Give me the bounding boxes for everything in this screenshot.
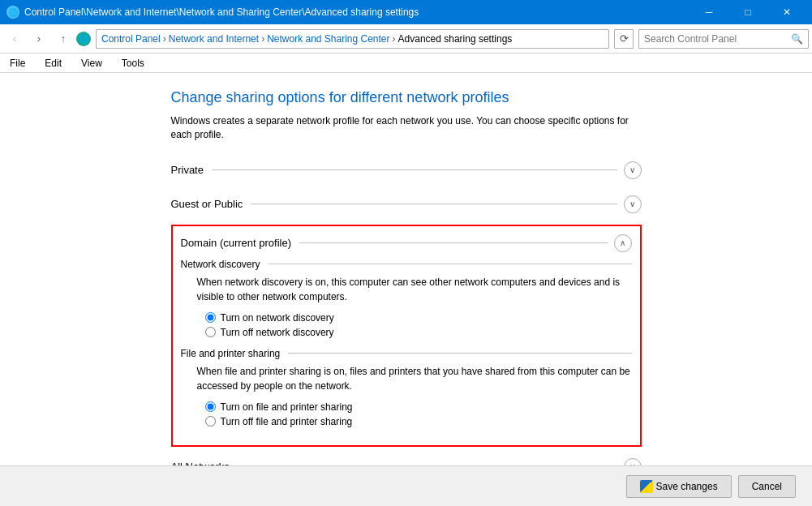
page-desc: Windows creates a separate network profi…: [171, 114, 642, 142]
forward-button[interactable]: ›: [28, 28, 50, 50]
close-button[interactable]: ✕: [768, 0, 806, 24]
address-bar: Control Panel › Network and Internet › N…: [96, 29, 609, 49]
radio-nd-on[interactable]: Turn on network discovery: [205, 312, 632, 324]
profile-header-guest[interactable]: Guest or Public ∨: [171, 191, 642, 218]
profile-header-private[interactable]: Private ∨: [171, 157, 642, 184]
main-wrapper: 🌐 Control Panel\Network and Internet\Net…: [0, 0, 812, 506]
content-area: Change sharing options for different net…: [0, 73, 812, 465]
profile-section-private: Private ∨: [171, 157, 642, 184]
sub-section-header-nd: Network discovery: [181, 259, 632, 270]
breadcrumb-network-internet[interactable]: Network and Internet: [169, 33, 259, 45]
title-bar: 🌐 Control Panel\Network and Internet\Net…: [0, 0, 812, 24]
menu-tools[interactable]: Tools: [118, 56, 148, 71]
profile-line-guest: [251, 204, 617, 204]
radio-input-fp-on[interactable]: [205, 401, 216, 412]
menu-file[interactable]: File: [6, 56, 28, 71]
profile-label-domain: Domain (current profile): [181, 237, 292, 249]
sub-section-line-fp: [288, 353, 631, 354]
breadcrumb-sep-2: ›: [261, 33, 264, 45]
profile-section-guest: Guest or Public ∨: [171, 191, 642, 218]
bottom-bar: Save changes Cancel: [0, 465, 812, 506]
menu-edit[interactable]: Edit: [41, 56, 65, 71]
sub-section-desc-nd: When network discovery is on, this compu…: [197, 275, 632, 304]
content-inner: Change sharing options for different net…: [155, 89, 658, 465]
radio-input-nd-on[interactable]: [205, 312, 216, 323]
shield-icon: [640, 480, 653, 493]
save-changes-button[interactable]: Save changes: [626, 475, 732, 498]
sub-section-label-nd: Network discovery: [181, 259, 260, 270]
radio-input-fp-off[interactable]: [205, 416, 216, 427]
search-input[interactable]: [644, 33, 791, 45]
network-icon: 🌐: [6, 6, 19, 19]
radio-label-fp-off: Turn off file and printer sharing: [221, 416, 353, 427]
breadcrumb-sep-1: ›: [163, 33, 166, 45]
sub-section-network-discovery: Network discovery When network discovery…: [181, 259, 632, 338]
search-icon: 🔍: [791, 33, 803, 45]
sub-section-header-fp: File and printer sharing: [181, 348, 632, 359]
cancel-button[interactable]: Cancel: [738, 475, 796, 498]
sub-section-line-nd: [269, 264, 632, 264]
minimize-button[interactable]: ─: [690, 0, 728, 24]
chevron-down-icon-private: ∨: [624, 161, 642, 179]
profile-section-domain: Domain (current profile) ∧ Network disco…: [171, 225, 642, 447]
chevron-down-icon-guest: ∨: [624, 195, 642, 213]
breadcrumb-current: Advanced sharing settings: [398, 33, 513, 45]
radio-label-nd-on: Turn on network discovery: [221, 312, 334, 324]
sub-section-label-fp: File and printer sharing: [181, 348, 281, 359]
radio-fp-off[interactable]: Turn off file and printer sharing: [205, 416, 632, 427]
window-title: Control Panel\Network and Internet\Netwo…: [24, 6, 419, 18]
refresh-button[interactable]: ⟳: [614, 29, 634, 49]
radio-group-nd: Turn on network discovery Turn off netwo…: [205, 312, 632, 338]
profile-label-guest: Guest or Public: [171, 198, 243, 210]
radio-label-fp-on: Turn on file and printer sharing: [221, 401, 353, 413]
sub-section-file-printer: File and printer sharing When file and p…: [181, 348, 632, 427]
nav-bar: ‹ › ↑ 🌐 Control Panel › Network and Inte…: [0, 24, 812, 54]
breadcrumb-sep-3: ›: [393, 33, 396, 45]
profile-line-domain: [299, 242, 607, 243]
menu-view[interactable]: View: [78, 56, 105, 71]
profile-line-private: [212, 169, 617, 170]
chevron-down-icon-all-networks: ∨: [624, 458, 642, 465]
save-label: Save changes: [656, 481, 718, 492]
radio-nd-off[interactable]: Turn off network discovery: [205, 327, 632, 338]
back-button[interactable]: ‹: [3, 28, 26, 50]
maximize-button[interactable]: □: [729, 0, 767, 24]
breadcrumb-control-panel[interactable]: Control Panel: [101, 33, 161, 45]
breadcrumb-sharing-center[interactable]: Network and Sharing Center: [267, 33, 389, 45]
page-title: Change sharing options for different net…: [171, 89, 642, 106]
profile-label-private: Private: [171, 164, 204, 176]
chevron-up-icon-domain: ∧: [614, 234, 632, 252]
sub-section-desc-fp: When file and printer sharing is on, fil…: [197, 364, 632, 393]
profile-header-domain[interactable]: Domain (current profile) ∧: [181, 233, 632, 259]
nav-icon: 🌐: [76, 32, 91, 46]
radio-input-nd-off[interactable]: [205, 327, 216, 337]
search-box: 🔍: [638, 29, 809, 49]
menu-bar: File Edit View Tools: [0, 54, 812, 73]
profile-header-all-networks[interactable]: All Networks ∨: [171, 453, 642, 465]
radio-group-fp: Turn on file and printer sharing Turn of…: [205, 401, 632, 427]
radio-label-nd-off: Turn off network discovery: [221, 327, 334, 338]
title-bar-controls: ─ □ ✕: [690, 0, 806, 24]
up-button[interactable]: ↑: [52, 28, 75, 50]
title-bar-left: 🌐 Control Panel\Network and Internet\Net…: [6, 6, 419, 19]
radio-fp-on[interactable]: Turn on file and printer sharing: [205, 401, 632, 413]
profile-section-all-networks: All Networks ∨: [171, 453, 642, 465]
